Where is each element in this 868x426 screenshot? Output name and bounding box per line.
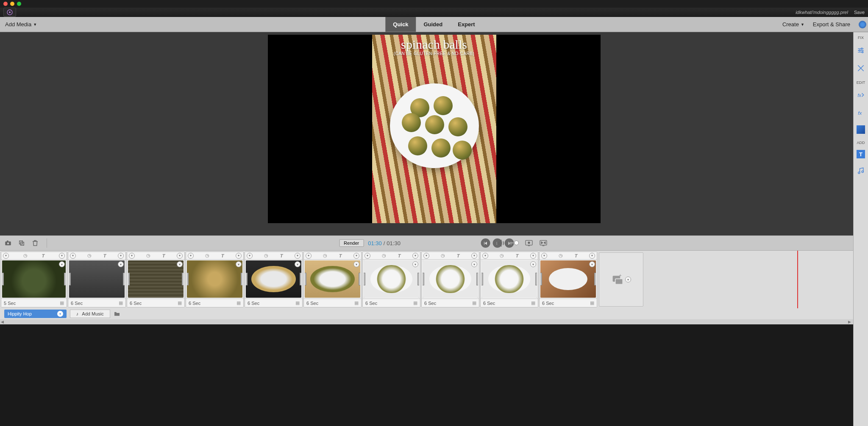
clip-trim-right-handle[interactable] xyxy=(123,273,125,285)
timeline-clip[interactable]: ▾◷T▾▾6 Sec▦ xyxy=(480,252,538,307)
text-style-icon[interactable]: T xyxy=(221,253,224,258)
clip-thumbnail[interactable]: ▾ xyxy=(187,260,242,298)
window-close-button[interactable] xyxy=(3,2,8,6)
text-style-icon[interactable]: T xyxy=(516,253,519,258)
tab-expert[interactable]: Expert xyxy=(450,17,482,32)
clip-thumbnail[interactable]: ▾ xyxy=(481,260,537,298)
clip-options-icon[interactable]: ▾ xyxy=(295,253,300,259)
clip-options-icon[interactable]: ▾ xyxy=(118,253,124,259)
clip-options-icon[interactable]: ▾ xyxy=(482,253,488,259)
clip-options-icon[interactable]: ▾ xyxy=(129,253,135,259)
clip-thumbnail[interactable]: ▾ xyxy=(128,260,184,298)
add-clip-dropzone[interactable]: +▾ xyxy=(599,252,643,307)
text-style-icon[interactable]: T xyxy=(339,253,342,258)
clip-options-icon[interactable]: ▾ xyxy=(306,253,312,259)
thumb-options-icon[interactable]: ▾ xyxy=(530,261,536,267)
save-button[interactable]: Save xyxy=(854,10,865,15)
safe-margins-icon[interactable] xyxy=(525,240,533,246)
add-media-menu[interactable]: Add Media ▼ xyxy=(2,19,40,30)
clip-options-icon[interactable]: ▾ xyxy=(589,253,595,259)
clip-options-icon[interactable]: ▾ xyxy=(177,253,183,259)
timeline-clip[interactable]: ▾◷T▾▾6 Sec▦ xyxy=(186,252,244,307)
text-style-icon[interactable]: T xyxy=(162,253,165,258)
clip-options-icon[interactable]: ▾ xyxy=(3,253,9,259)
adjust-sliders-icon[interactable] xyxy=(855,45,866,56)
clip-thumbnail[interactable]: ▾ xyxy=(246,260,301,298)
window-zoom-button[interactable] xyxy=(17,2,21,6)
clip-trim-left-handle[interactable] xyxy=(69,273,71,285)
clip-options-icon[interactable]: ▾ xyxy=(530,253,536,259)
clip-trim-right-handle[interactable] xyxy=(594,273,596,285)
clip-thumbnail[interactable]: ▾ xyxy=(2,260,66,298)
clip-options-icon[interactable]: ▾ xyxy=(541,253,547,259)
timeline-clip[interactable]: ▾◷T▾▾6 Sec▦ xyxy=(421,252,479,307)
horizontal-scrollbar[interactable]: ◀ ▶ xyxy=(0,319,853,324)
fx-edit-icon[interactable]: fx xyxy=(855,90,866,101)
prev-frame-button[interactable] xyxy=(481,238,490,248)
clip-trim-left-handle[interactable] xyxy=(540,273,542,285)
create-menu[interactable]: Create ▼ xyxy=(779,19,808,30)
clip-options-icon[interactable]: ▾ xyxy=(70,253,76,259)
timeline-clip[interactable]: ▾◷T▾▾6 Sec▦ xyxy=(539,252,597,307)
timeline-clip[interactable]: ▾◷T▾▾6 Sec▦ xyxy=(303,252,362,307)
clip-row[interactable]: ▾◷T▾▾5 Sec▦▾◷T▾▾6 Sec▦▾◷T▾▾6 Sec▦▾◷T▾▾6 … xyxy=(0,251,853,308)
clip-trim-left-handle[interactable] xyxy=(305,273,306,285)
thumb-options-icon[interactable]: ▾ xyxy=(589,261,595,267)
thumb-options-icon[interactable]: ▾ xyxy=(236,261,242,267)
add-music-icon[interactable] xyxy=(855,165,866,176)
settings-gear-icon[interactable] xyxy=(859,21,866,28)
text-style-icon[interactable]: T xyxy=(575,253,578,258)
clip-trim-left-handle[interactable] xyxy=(2,273,4,285)
snapshot-icon[interactable] xyxy=(4,239,12,247)
clip-trim-left-handle[interactable] xyxy=(187,273,189,285)
export-share-button[interactable]: Export & Share xyxy=(810,19,854,30)
thumb-options-icon[interactable]: ▾ xyxy=(177,261,183,267)
clip-trim-right-handle[interactable] xyxy=(417,273,419,285)
timeline-clip[interactable]: ▾◷T▾▾6 Sec▦ xyxy=(245,252,303,307)
add-title-icon[interactable]: T xyxy=(857,150,865,158)
timeline-clip[interactable]: ▾◷T▾▾6 Sec▦ xyxy=(362,252,420,307)
trash-icon[interactable] xyxy=(31,239,39,247)
fx-icon[interactable]: fx xyxy=(855,108,866,119)
tools-cross-icon[interactable] xyxy=(855,63,866,74)
clip-trim-right-handle[interactable] xyxy=(476,273,478,285)
clip-options-icon[interactable]: ▾ xyxy=(471,253,477,259)
thumb-options-icon[interactable]: ▾ xyxy=(353,261,359,267)
chevron-down-icon[interactable]: ▾ xyxy=(625,277,631,282)
clip-trim-right-handle[interactable] xyxy=(535,273,537,285)
text-style-icon[interactable]: T xyxy=(280,253,283,258)
marker-icon[interactable] xyxy=(18,239,25,247)
volume-control[interactable] xyxy=(495,238,519,249)
clip-thumbnail[interactable]: ▾ xyxy=(305,260,360,298)
volume-slider[interactable] xyxy=(509,242,519,243)
thumb-options-icon[interactable]: ▾ xyxy=(471,261,477,267)
clip-options-icon[interactable]: ▾ xyxy=(236,253,242,259)
scroll-left-arrow[interactable]: ◀ xyxy=(1,320,5,324)
clip-trim-left-handle[interactable] xyxy=(481,273,483,285)
render-button[interactable]: Render xyxy=(339,239,364,247)
tab-guided[interactable]: Guided xyxy=(416,17,450,32)
text-style-icon[interactable]: T xyxy=(42,253,45,258)
folder-icon[interactable] xyxy=(114,311,120,317)
preview-stage[interactable]: spinach balls (CAN BE GLUTEN-FREE & NO-C… xyxy=(268,35,601,223)
timeline-clip[interactable]: ▾◷T▾▾5 Sec▦ xyxy=(1,252,67,307)
text-style-icon[interactable]: T xyxy=(103,253,106,258)
window-minimize-button[interactable] xyxy=(10,2,14,6)
clip-thumbnail[interactable]: ▾ xyxy=(540,260,596,298)
clip-trim-right-handle[interactable] xyxy=(300,273,301,285)
music-track-dropdown[interactable]: Hippity Hop ▾ xyxy=(4,310,67,318)
tab-quick[interactable]: Quick xyxy=(385,17,416,32)
clip-trim-left-handle[interactable] xyxy=(246,273,248,285)
timeline-clip[interactable]: ▾◷T▾▾6 Sec▦ xyxy=(127,252,185,307)
clip-options-icon[interactable]: ▾ xyxy=(59,253,65,259)
clip-trim-left-handle[interactable] xyxy=(128,273,130,285)
clip-options-icon[interactable]: ▾ xyxy=(353,253,359,259)
text-style-icon[interactable]: T xyxy=(457,253,460,258)
clip-options-icon[interactable]: ▾ xyxy=(188,253,194,259)
color-grade-icon[interactable] xyxy=(857,125,865,134)
add-music-button[interactable]: ♪ Add Music xyxy=(70,310,110,318)
thumb-options-icon[interactable]: ▾ xyxy=(412,261,418,267)
scroll-right-arrow[interactable]: ▶ xyxy=(848,320,852,324)
clip-options-icon[interactable]: ▾ xyxy=(364,253,370,259)
clip-trim-right-handle[interactable] xyxy=(64,273,66,285)
